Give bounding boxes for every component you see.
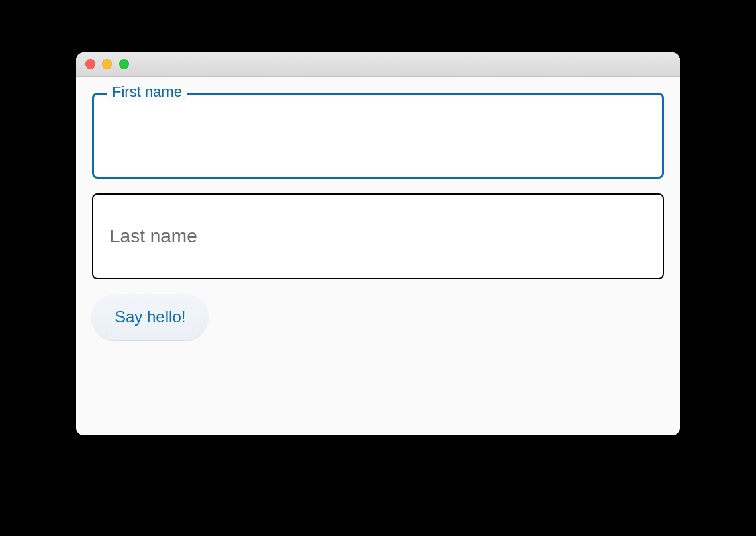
window-content: First name Last name Say hello! bbox=[76, 77, 680, 435]
close-icon[interactable] bbox=[85, 59, 95, 69]
maximize-icon[interactable] bbox=[119, 59, 129, 69]
first-name-field[interactable] bbox=[92, 93, 664, 179]
first-name-label: First name bbox=[107, 83, 187, 101]
last-name-field-wrap: Last name bbox=[92, 193, 664, 279]
app-window: First name Last name Say hello! bbox=[76, 52, 680, 435]
titlebar bbox=[76, 52, 680, 77]
say-hello-button-label: Say hello! bbox=[115, 308, 185, 326]
last-name-field[interactable]: Last name bbox=[92, 193, 664, 279]
last-name-placeholder: Last name bbox=[109, 226, 197, 247]
minimize-icon[interactable] bbox=[102, 59, 112, 69]
say-hello-button[interactable]: Say hello! bbox=[92, 294, 208, 340]
first-name-input[interactable] bbox=[107, 108, 649, 163]
first-name-field-wrap: First name bbox=[92, 93, 664, 179]
